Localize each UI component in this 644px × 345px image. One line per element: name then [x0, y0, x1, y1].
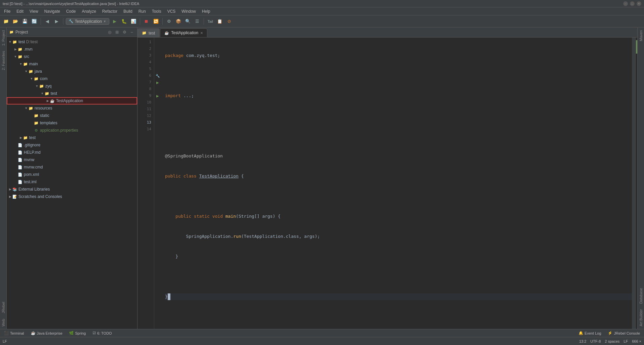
- tree-item-main[interactable]: ▼ 📁 main: [7, 60, 137, 68]
- keyword: public: [175, 213, 194, 220]
- left-side-panel: 1: Project 2: Favorites JRebel Web: [0, 27, 7, 329]
- tree-item-test-iml[interactable]: ▶ 📄 test.iml: [7, 178, 137, 186]
- project-side-label[interactable]: 1: Project: [0, 27, 6, 48]
- folder-icon: 📁: [23, 135, 28, 140]
- folder-icon: 📁: [28, 69, 34, 74]
- indent-status[interactable]: 2 spaces: [605, 339, 620, 343]
- java-enterprise-tab[interactable]: ☕ Java Enterprise: [29, 330, 64, 336]
- tree-item-gitignore[interactable]: ▶ 📄 .gitignore: [7, 141, 137, 149]
- menu-analyze[interactable]: Analyze: [79, 8, 99, 14]
- jrebel-console-tab[interactable]: ⚡ JRebel Console: [606, 330, 642, 336]
- menu-file[interactable]: File: [1, 8, 13, 14]
- line-endings-status[interactable]: LF: [624, 339, 628, 343]
- menu-help[interactable]: Help: [199, 8, 213, 14]
- refresh-icon[interactable]: 🔄: [30, 17, 38, 25]
- tree-item-resources[interactable]: ▼ 📁 resources: [7, 105, 137, 112]
- tree-item-ext-libs[interactable]: ▶ 📚 External Libraries: [7, 186, 137, 193]
- open-icon[interactable]: 📂: [11, 17, 19, 25]
- favorites-side-label[interactable]: 2: Favorites: [0, 48, 6, 73]
- editor-content[interactable]: 1 2 3 4 5 6 7 8 9 10 11 12 13 14: [138, 38, 637, 329]
- code-area[interactable]: package com.zyq.test; import ...; @Sprin…: [161, 38, 632, 329]
- menu-tools[interactable]: Tools: [149, 8, 164, 14]
- menu-view[interactable]: View: [27, 8, 41, 14]
- close-button[interactable]: ✕: [637, 1, 641, 6]
- tab-test[interactable]: 📁 test: [138, 28, 159, 37]
- run-with-coverage-icon[interactable]: 📊: [129, 17, 138, 25]
- run-config-selector[interactable]: 🔧 TestApplication ▼: [66, 18, 109, 25]
- tree-item-test-dir[interactable]: ▶ 📁 test: [7, 134, 137, 141]
- git-icon[interactable]: 📋: [216, 17, 224, 25]
- menu-run[interactable]: Run: [136, 8, 149, 14]
- gutter-7[interactable]: ▶: [154, 79, 161, 86]
- save-icon[interactable]: 💾: [21, 17, 29, 25]
- maven-side-label[interactable]: Maven: [638, 27, 644, 44]
- tree-item-com[interactable]: ▼ 📁 com: [7, 75, 137, 82]
- menu-code[interactable]: Code: [63, 8, 78, 14]
- jrebel-console-icon: ⚡: [608, 331, 612, 335]
- tree-item-test-root[interactable]: ▼ 📁 test D:\test: [7, 38, 137, 46]
- tree-item-mvnw[interactable]: ▶ 📄 mvnw: [7, 156, 137, 163]
- debug-button[interactable]: 🐛: [120, 17, 128, 25]
- tree-label-zyq: zyq: [45, 84, 52, 88]
- new-project-icon[interactable]: 📁: [2, 17, 10, 25]
- sdk-icon[interactable]: 📦: [174, 17, 182, 25]
- minimize-button[interactable]: ─: [623, 1, 628, 6]
- tree-item-pom-xml[interactable]: ▶ 📄 pom.xml: [7, 171, 137, 178]
- tree-item-mvnw-cmd[interactable]: ▶ 📄 mvnw.cmd: [7, 163, 137, 171]
- tab-close-icon[interactable]: ✕: [200, 31, 203, 35]
- settings-project-icon[interactable]: ⚙: [122, 29, 127, 35]
- arrow-icon: ▼: [13, 55, 17, 59]
- tree-item-static[interactable]: ▶ 📁 static: [7, 112, 137, 119]
- minimap[interactable]: [632, 38, 636, 329]
- menu-window[interactable]: Window: [179, 8, 199, 14]
- xml-icon: 📄: [17, 172, 23, 177]
- tree-item-java[interactable]: ▼ 📁 java: [7, 68, 137, 75]
- zoom-status[interactable]: 666 ×: [632, 339, 641, 343]
- forward-icon[interactable]: ▶: [53, 17, 61, 25]
- menu-refactor[interactable]: Refactor: [100, 8, 120, 14]
- tree-item-zyq[interactable]: ▼ 📁 zyq: [7, 82, 137, 90]
- encoding-status[interactable]: UTF-8: [590, 339, 601, 343]
- menu-edit[interactable]: Edit: [14, 8, 26, 14]
- tree-item-templates[interactable]: ▶ 📁 templates: [7, 119, 137, 127]
- collapse-icon[interactable]: ⊞: [114, 29, 120, 35]
- menu-vcs[interactable]: VCS: [165, 8, 178, 14]
- tree-item-scratches[interactable]: ▶ 📝 Scratches and Consoles: [7, 193, 137, 200]
- code-line-7: public class TestApplication {: [165, 173, 632, 180]
- todo-tab[interactable]: ☑ 6: TODO: [91, 330, 114, 336]
- no-icon[interactable]: ⊘: [225, 17, 233, 25]
- tree-item-test-pkg[interactable]: ▼ 📁 test: [7, 90, 137, 97]
- rerun-icon[interactable]: 🔁: [152, 17, 160, 25]
- locate-icon[interactable]: ◎: [107, 29, 112, 35]
- back-icon[interactable]: ◀: [43, 17, 51, 25]
- maximize-button[interactable]: □: [630, 1, 635, 6]
- tasks-icon[interactable]: ☰: [193, 17, 201, 25]
- web-side-label[interactable]: Web: [0, 316, 6, 329]
- tree-item-testapp[interactable]: ▶ ☕ TestApplication: [7, 97, 137, 105]
- tree-item-help-md[interactable]: ▶ 📄 HELP.md: [7, 149, 137, 156]
- run-button[interactable]: ▶: [111, 17, 119, 25]
- arrow-icon: ▶: [46, 99, 50, 103]
- tree-item-src[interactable]: ▼ 📁 src: [7, 53, 137, 60]
- jrebel-side-label[interactable]: JRebel: [0, 299, 6, 316]
- line-col-status[interactable]: 13:2: [579, 339, 586, 343]
- event-log-tab[interactable]: 🔔 Event Log: [577, 330, 603, 336]
- gutter-6[interactable]: 🔧: [154, 72, 161, 79]
- tree-item-mvn[interactable]: ▶ 📁 .mvn: [7, 46, 137, 53]
- tail-label[interactable]: Tail: [206, 17, 215, 25]
- database-side-label[interactable]: Database: [638, 285, 644, 306]
- terminal-tab[interactable]: ⬛ Terminal: [2, 330, 26, 336]
- tree-item-app-props[interactable]: ▶ ⚙ application.properties: [7, 127, 137, 134]
- gutter-10: [154, 99, 161, 106]
- menu-navigate[interactable]: Navigate: [42, 8, 63, 14]
- settings-icon[interactable]: ⚙: [165, 17, 173, 25]
- lf-status[interactable]: LF: [3, 339, 7, 343]
- spring-tab[interactable]: 🌿 Spring: [67, 330, 88, 336]
- search-icon[interactable]: 🔍: [184, 17, 192, 25]
- gutter-9[interactable]: ▶: [154, 92, 161, 99]
- stop-button[interactable]: ⏹: [143, 17, 151, 25]
- hide-icon[interactable]: –: [129, 29, 135, 35]
- artbuilder-side-label[interactable]: Art Builder: [638, 306, 644, 329]
- tab-testapplication[interactable]: ☕ TestApplication ✕: [160, 28, 207, 37]
- menu-build[interactable]: Build: [121, 8, 135, 14]
